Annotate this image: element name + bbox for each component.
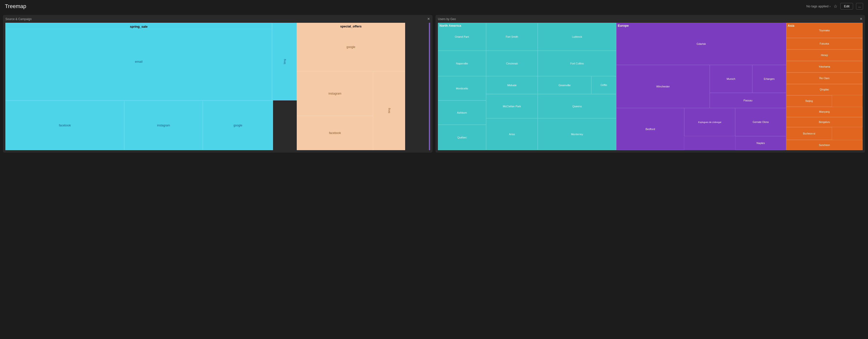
- passau: Passau: [710, 93, 786, 108]
- special-facebook-cell: facebook: [297, 116, 373, 150]
- spring-bing-cell: bing: [272, 23, 297, 101]
- header-right: No tags applied › ☆ Edit ...: [806, 3, 863, 9]
- fort-smith: Fort Smith: [486, 23, 538, 51]
- north-america-label: North America: [439, 24, 461, 27]
- edit-button[interactable]: Edit: [840, 3, 853, 9]
- spring-google-cell: google: [203, 101, 273, 150]
- fort-collins: Fort Collins: [538, 51, 616, 76]
- europe-region: Europe Gdańsk Winchester Munich Erlangen…: [616, 23, 786, 150]
- source-campaign-treemap: spring_sale email bing facebook instagra…: [5, 23, 430, 150]
- cincinnati: Cincinnati: [486, 51, 538, 76]
- toyonaka: Toyonaka: [786, 23, 863, 38]
- bedford: Bedford: [616, 108, 684, 150]
- special-offers-label: special_offers: [297, 23, 405, 30]
- bengaluru: Bengaluru: [786, 117, 863, 128]
- ashburn: Ashburn: [438, 101, 486, 125]
- special-bing-cell: bing: [373, 71, 405, 150]
- greenville: Greenville: [538, 76, 591, 94]
- special-instagram-cell: instagram: [297, 71, 373, 116]
- users-by-geo-title: Users by Geo: [438, 18, 863, 21]
- users-by-geo-panel: Users by Geo ✕ North America Orland Park…: [435, 15, 865, 152]
- mcclellan-park: McClellan Park: [486, 94, 538, 118]
- queens: Queens: [538, 94, 616, 118]
- beijing: Beijing: [786, 95, 832, 107]
- europe-label: Europe: [618, 24, 629, 27]
- star-button[interactable]: ☆: [834, 4, 837, 9]
- griffin: Griffin: [591, 76, 616, 94]
- rio-claro: Rio Claro: [786, 73, 863, 84]
- source-campaign-panel: Source & Campaign ✕ spring_sale email bi…: [3, 15, 433, 152]
- page-title: Treemap: [5, 3, 26, 9]
- spring-facebook-cell: facebook: [5, 101, 124, 150]
- tags-label: No tags applied ›: [806, 4, 831, 8]
- north-america-region: North America Orland Park Fort Smith Lub…: [438, 23, 616, 150]
- quebec: Québec: [438, 125, 486, 150]
- page-header: Treemap No tags applied › ☆ Edit ...: [0, 0, 868, 12]
- bucheon-si: Bucheon-si: [786, 127, 832, 140]
- gdansk: Gdańsk: [616, 23, 786, 65]
- erlangen: Erlangen: [752, 65, 786, 93]
- midvale: Midvale: [486, 76, 538, 94]
- ariss: Ariss: [486, 118, 538, 150]
- naples: Naples: [735, 136, 786, 150]
- monterrey: Monterrey: [538, 118, 616, 150]
- winchester: Winchester: [616, 65, 710, 108]
- asia-region: Asia Toyonaka Fukuoka Himeji Yokohama Ri…: [786, 23, 863, 150]
- yokohama: Yokohama: [786, 61, 863, 73]
- gornate-olona: Gornate Olona: [735, 108, 786, 136]
- close-panel-button[interactable]: ✕: [427, 17, 430, 21]
- geo-treemap: North America Orland Park Fort Smith Lub…: [438, 23, 863, 150]
- esplugues: Esplugues de Llobregat: [684, 108, 735, 136]
- spring-email-cell: email: [5, 23, 272, 101]
- munich: Munich: [710, 65, 752, 93]
- spring-instagram-cell: instagram: [124, 101, 203, 150]
- monticello: Monticello: [438, 76, 486, 101]
- himeji: Himeji: [786, 50, 863, 61]
- chevron-right-icon: ›: [829, 4, 830, 8]
- more-button[interactable]: ...: [856, 3, 863, 9]
- close-geo-panel-button[interactable]: ✕: [860, 17, 863, 21]
- suncheon: Suncheon: [786, 140, 863, 150]
- mianyang: Mianyang: [786, 107, 863, 117]
- naperville: Naperville: [438, 51, 486, 76]
- lubbock: Lubbock: [538, 23, 616, 51]
- asia-label: Asia: [788, 24, 794, 27]
- qingdao: Qingdao: [786, 84, 863, 95]
- source-campaign-title: Source & Campaign: [5, 18, 430, 21]
- dashboard: Source & Campaign ✕ spring_sale email bi…: [0, 12, 868, 155]
- fukuoka: Fukuoka: [786, 38, 863, 50]
